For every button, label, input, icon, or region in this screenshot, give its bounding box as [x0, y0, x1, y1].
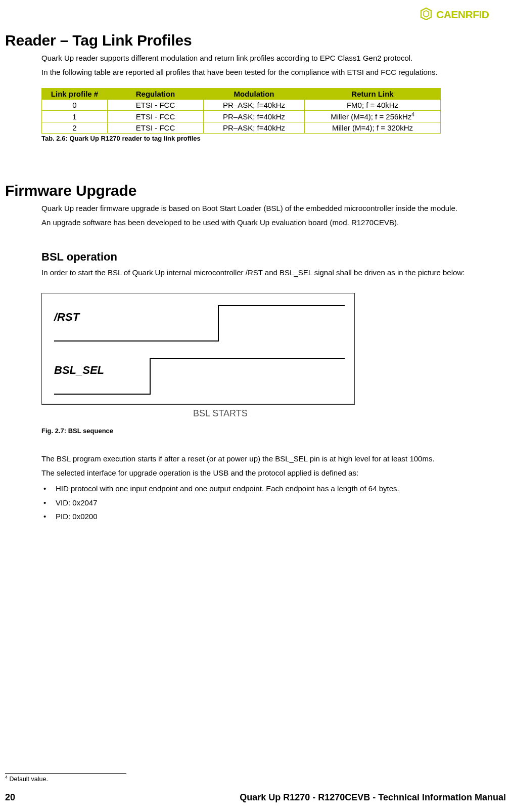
- page-number: 20: [5, 792, 15, 803]
- protocol-bullet-list: HID protocol with one input endpoint and…: [41, 482, 511, 524]
- paragraph: Quark Up reader firmware upgrade is base…: [41, 203, 505, 213]
- table-caption: Tab. 2.6: Quark Up R1270 reader to tag l…: [41, 135, 511, 142]
- section-heading-firmware-upgrade: Firmware Upgrade: [5, 182, 511, 199]
- paragraph: An upgrade software has been developed t…: [41, 218, 505, 228]
- svg-text:BSL STARTS: BSL STARTS: [193, 408, 248, 418]
- footnote-block: 4 Default value.: [0, 773, 511, 783]
- table-header: Link profile #: [42, 89, 108, 100]
- table-row: 2 ETSI - FCC PR–ASK; f=40kHz Miller (M=4…: [42, 122, 441, 134]
- list-item: PID: 0x0200: [41, 509, 511, 524]
- svg-text:BSL_SEL: BSL_SEL: [54, 364, 104, 376]
- subsection-heading-bsl-operation: BSL operation: [41, 250, 511, 264]
- footnote: 4 Default value.: [5, 775, 511, 783]
- link-profiles-table: Link profile # Regulation Modulation Ret…: [41, 88, 441, 134]
- section-heading-link-profiles: Reader – Tag Link Profiles: [5, 32, 511, 49]
- brand-logo: CAENRFID: [420, 7, 506, 24]
- svg-rect-1: [41, 293, 355, 404]
- table-header: Modulation: [204, 89, 305, 100]
- paragraph: The BSL program execution starts if afte…: [41, 454, 505, 464]
- svg-text:CAENRFID: CAENRFID: [436, 9, 489, 20]
- list-item: VID: 0x2047: [41, 496, 511, 510]
- svg-text:/RST: /RST: [54, 311, 80, 323]
- manual-title: Quark Up R1270 - R1270CEVB - Technical I…: [240, 792, 506, 803]
- footnote-marker: 4: [411, 112, 414, 117]
- footnote-rule: [5, 773, 126, 774]
- paragraph: In order to start the BSL of Quark Up in…: [41, 268, 505, 278]
- table-header: Regulation: [108, 89, 204, 100]
- list-item: HID protocol with one input endpoint and…: [41, 482, 511, 496]
- table-row: 1 ETSI - FCC PR–ASK; f=40kHz Miller (M=4…: [42, 111, 441, 122]
- table-row: 0 ETSI - FCC PR–ASK; f=40kHz FM0; f = 40…: [42, 100, 441, 111]
- paragraph: Quark Up reader supports different modul…: [41, 53, 505, 63]
- bsl-sequence-diagram: /RST BSL_SEL BSL STARTS: [41, 293, 355, 421]
- page-footer: 20 Quark Up R1270 - R1270CEVB - Technica…: [0, 792, 511, 803]
- figure-caption: Fig. 2.7: BSL sequence: [41, 427, 511, 435]
- table-header: Return Link: [305, 89, 441, 100]
- paragraph: In the following table are reported all …: [41, 67, 505, 77]
- paragraph: The selected interface for upgrade opera…: [41, 468, 505, 478]
